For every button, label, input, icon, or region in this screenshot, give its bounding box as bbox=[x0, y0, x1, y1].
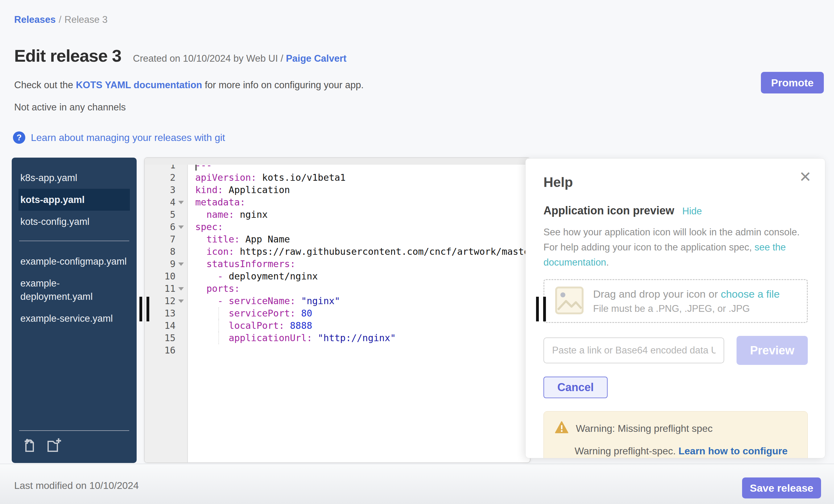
resize-bar bbox=[139, 297, 142, 322]
code-line-14[interactable]: 14 localPort: 8888 bbox=[145, 320, 530, 332]
icon-url-input[interactable] bbox=[544, 337, 724, 363]
last-modified-text: Last modified on 10/10/2024 bbox=[14, 480, 139, 491]
file-item-k8s-app[interactable]: k8s-app.yaml bbox=[19, 167, 129, 189]
code-line-3[interactable]: 3 kind: Application bbox=[145, 184, 530, 196]
choose-a-file-link[interactable]: choose a file bbox=[721, 288, 780, 300]
code-line-5[interactable]: 5 name: nginx bbox=[145, 209, 530, 221]
fold-arrow-icon[interactable] bbox=[178, 201, 184, 204]
code-line-12[interactable]: 12 - serviceName: "nginx" bbox=[145, 295, 530, 307]
code-line-7[interactable]: 7 title: App Name bbox=[145, 233, 530, 245]
dropzone-filetypes: File must be a .PNG, .JPEG, or .JPG bbox=[593, 303, 780, 314]
code-line-15[interactable]: 15 applicationUrl: "http://nginx" bbox=[145, 332, 530, 344]
created-by-link[interactable]: Paige Calvert bbox=[286, 53, 346, 64]
git-help-row: ? Learn about managing your releases wit… bbox=[13, 131, 225, 144]
icon-preview-description: See how your application icon will look … bbox=[544, 224, 808, 270]
resize-bar bbox=[543, 297, 546, 322]
code-line-16[interactable]: 16 bbox=[145, 344, 530, 356]
preview-button[interactable]: Preview bbox=[737, 336, 808, 365]
question-icon: ? bbox=[13, 131, 25, 144]
editor-top-strip bbox=[145, 158, 530, 165]
hide-link[interactable]: Hide bbox=[682, 206, 702, 217]
resize-handle-right[interactable] bbox=[536, 297, 547, 322]
close-icon[interactable]: ✕ bbox=[799, 170, 811, 184]
icon-dropzone[interactable]: Drag and drop your icon or choose a file… bbox=[544, 279, 808, 323]
new-folder-icon[interactable] bbox=[46, 438, 64, 455]
code-line-10[interactable]: 10 - deployment/nginx bbox=[145, 270, 530, 283]
help-panel-title: Help bbox=[544, 175, 808, 190]
resize-bar bbox=[536, 297, 539, 322]
sidebar-bottom-divider bbox=[19, 430, 129, 431]
file-item-kots-config[interactable]: kots-config.yaml bbox=[19, 211, 129, 233]
file-tree-sidebar: k8s-app.yaml kots-app.yaml kots-config.y… bbox=[12, 158, 137, 463]
code-line-11[interactable]: 11 ports: bbox=[145, 283, 530, 295]
title-row: Edit release 3 Created on 10/10/2024 by … bbox=[14, 46, 346, 66]
resize-bar bbox=[147, 297, 149, 322]
resize-handle-left[interactable] bbox=[139, 297, 151, 322]
file-item-kots-app-selected[interactable]: kots-app.yaml bbox=[19, 189, 130, 211]
cancel-button[interactable]: Cancel bbox=[544, 377, 608, 398]
code-line-2[interactable]: 2 apiVersion: kots.io/v1beta1 bbox=[145, 172, 530, 184]
git-help-link[interactable]: Learn about managing your releases with … bbox=[31, 132, 225, 144]
created-subtitle: Created on 10/10/2024 by Web UI / Paige … bbox=[133, 53, 346, 64]
code-line-13[interactable]: 13 servicePort: 80 bbox=[145, 307, 530, 320]
fold-arrow-icon[interactable] bbox=[178, 287, 184, 290]
warning-title: Warning: Missing preflight spec bbox=[576, 423, 712, 434]
code-line-6[interactable]: 6 spec: bbox=[145, 221, 530, 233]
code-line-4[interactable]: 4 metadata: bbox=[145, 196, 530, 209]
new-file-icon[interactable] bbox=[22, 438, 38, 455]
sidebar-bottom bbox=[19, 430, 129, 463]
save-release-button[interactable]: Save release bbox=[742, 478, 821, 499]
preflight-warning-box: Warning: Missing preflight spec Warning … bbox=[544, 411, 808, 458]
breadcrumb-current: Release 3 bbox=[64, 14, 108, 25]
kots-yaml-doc-link[interactable]: KOTS YAML documentation bbox=[76, 80, 202, 90]
doc-hint-after: for more info on configuring your app. bbox=[202, 80, 364, 90]
fold-arrow-icon[interactable] bbox=[178, 225, 184, 229]
channel-status: Not active in any channels bbox=[14, 102, 126, 113]
created-text: Created on 10/10/2024 by Web UI / bbox=[133, 53, 283, 64]
page-title: Edit release 3 bbox=[14, 46, 121, 66]
warning-detail: Warning preflight-spec. Learn how to con… bbox=[555, 445, 796, 457]
editor-code-area[interactable]: 1 --- 2 apiVersion: kots.io/v1beta1 3 ki… bbox=[145, 159, 530, 356]
breadcrumb: Releases/Release 3 bbox=[14, 14, 108, 25]
code-line-9[interactable]: 9 statusInformers: bbox=[145, 258, 530, 270]
image-placeholder-icon bbox=[555, 286, 584, 316]
fold-arrow-icon[interactable] bbox=[178, 300, 184, 303]
file-item-example-deployment[interactable]: example-deployment.yaml bbox=[19, 272, 129, 308]
icon-preview-title: Application icon preview bbox=[544, 204, 674, 217]
yaml-editor[interactable]: 1 --- 2 apiVersion: kots.io/v1beta1 3 ki… bbox=[144, 157, 530, 463]
file-item-example-service[interactable]: example-service.yaml bbox=[19, 308, 129, 329]
dropzone-text: Drag and drop your icon or choose a file bbox=[593, 288, 780, 300]
doc-hint-line: Check out the KOTS YAML documentation fo… bbox=[14, 80, 364, 91]
fold-arrow-icon[interactable] bbox=[178, 262, 184, 266]
doc-hint-before: Check out the bbox=[14, 80, 76, 90]
file-group-divider bbox=[19, 241, 129, 241]
promote-button[interactable]: Promote bbox=[761, 72, 824, 93]
file-item-example-configmap[interactable]: example-configmap.yaml bbox=[19, 250, 129, 272]
learn-how-to-configure-link[interactable]: Learn how to configure bbox=[679, 445, 788, 457]
code-line-8[interactable]: 8 icon: https://raw.githubusercontent.co… bbox=[145, 245, 530, 258]
breadcrumb-releases-link[interactable]: Releases bbox=[14, 14, 56, 25]
warning-triangle-icon bbox=[555, 421, 568, 436]
help-panel: ✕ Help Application icon preview Hide See… bbox=[525, 158, 825, 458]
breadcrumb-separator: / bbox=[59, 14, 61, 25]
